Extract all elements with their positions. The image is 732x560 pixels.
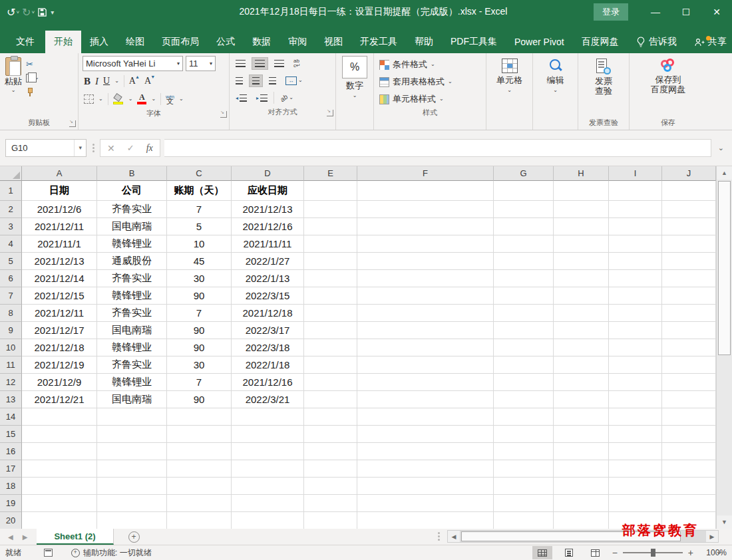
cell-J12[interactable] <box>662 374 716 391</box>
merge-center-button[interactable]: ↔⌄ <box>282 74 306 88</box>
cell-G15[interactable] <box>494 426 554 443</box>
row-header-18[interactable]: 18 <box>0 478 22 495</box>
scroll-left-icon[interactable]: ◀ <box>448 531 460 542</box>
cell-H17[interactable] <box>554 460 609 478</box>
borders-icon[interactable] <box>84 94 94 104</box>
cell-I8[interactable] <box>609 305 662 322</box>
cell-D11[interactable]: 2022/1/18 <box>232 356 304 374</box>
cell-A1[interactable]: 日期 <box>22 181 97 201</box>
cell-I6[interactable] <box>609 270 662 287</box>
cell-J7[interactable] <box>662 287 716 305</box>
cell-J5[interactable] <box>662 253 716 270</box>
cell-A14[interactable] <box>22 408 97 426</box>
cell-B18[interactable] <box>97 478 167 495</box>
cell-A8[interactable]: 2021/12/11 <box>22 305 97 322</box>
cell-B11[interactable]: 齐鲁实业 <box>97 356 167 374</box>
cell-I3[interactable] <box>609 218 662 235</box>
cell-G1[interactable] <box>494 181 554 201</box>
cell-D2[interactable]: 2021/12/13 <box>232 201 304 218</box>
normal-view-button[interactable] <box>532 546 552 559</box>
cell-B2[interactable]: 齐鲁实业 <box>97 201 167 218</box>
cell-B15[interactable] <box>97 426 167 443</box>
cell-C5[interactable]: 45 <box>167 253 232 270</box>
cell-H10[interactable] <box>554 339 609 356</box>
middle-align-button[interactable] <box>252 57 268 70</box>
cell-A16[interactable] <box>22 443 97 460</box>
cell-A19[interactable] <box>22 495 97 512</box>
cell-C6[interactable]: 30 <box>167 270 232 287</box>
cell-H20[interactable] <box>554 512 609 529</box>
sign-in-button[interactable]: 登录 <box>594 3 628 21</box>
cell-A17[interactable] <box>22 460 97 478</box>
column-header-E[interactable]: E <box>304 166 357 181</box>
save-button[interactable] <box>37 7 47 17</box>
cell-J19[interactable] <box>662 495 716 512</box>
cell-H3[interactable] <box>554 218 609 235</box>
cell-J17[interactable] <box>662 460 716 478</box>
column-header-C[interactable]: C <box>167 166 232 181</box>
cell-J6[interactable] <box>662 270 716 287</box>
cell-J4[interactable] <box>662 235 716 253</box>
zoom-slider-thumb[interactable] <box>651 549 655 557</box>
row-header-3[interactable]: 3 <box>0 218 22 235</box>
cell-C14[interactable] <box>167 408 232 426</box>
formula-input[interactable] <box>164 139 711 157</box>
cell-A13[interactable]: 2021/12/21 <box>22 391 97 408</box>
collapse-ribbon-button[interactable]: ⌄ <box>715 546 723 556</box>
cell-F8[interactable] <box>357 305 494 322</box>
cell-F13[interactable] <box>357 391 494 408</box>
cell-E15[interactable] <box>304 426 357 443</box>
cell-B5[interactable]: 通威股份 <box>97 253 167 270</box>
cell-D12[interactable]: 2021/12/16 <box>232 374 304 391</box>
cell-E19[interactable] <box>304 495 357 512</box>
ribbon-tab-告诉我[interactable]: 告诉我 <box>628 31 685 53</box>
sheet-tab-active[interactable]: Sheet1 (2) <box>37 529 113 545</box>
cell-F11[interactable] <box>357 356 494 374</box>
align-center-button[interactable] <box>249 74 263 87</box>
ribbon-tab-Power Pivot[interactable]: Power Pivot <box>506 31 573 53</box>
copy-button[interactable]: ⌄ <box>26 72 39 84</box>
row-header-6[interactable]: 6 <box>0 270 22 287</box>
cell-F17[interactable] <box>357 460 494 478</box>
scrollbar-splitter[interactable] <box>438 532 440 541</box>
cell-G17[interactable] <box>494 460 554 478</box>
save-to-baidu-button[interactable]: 保存到百度网盘 <box>645 56 691 116</box>
cell-J16[interactable] <box>662 443 716 460</box>
cell-J1[interactable] <box>662 181 716 201</box>
cell-F12[interactable] <box>357 374 494 391</box>
cell-D17[interactable] <box>232 460 304 478</box>
cell-G2[interactable] <box>494 201 554 218</box>
cell-H9[interactable] <box>554 322 609 339</box>
row-header-2[interactable]: 2 <box>0 201 22 218</box>
column-header-G[interactable]: G <box>494 166 554 181</box>
cut-button[interactable]: ✂ <box>26 58 39 70</box>
dialog-launcher-icon[interactable] <box>220 111 227 118</box>
customize-qat-button[interactable]: ▾ <box>50 9 54 16</box>
cell-A3[interactable]: 2021/12/11 <box>22 218 97 235</box>
macro-record-icon[interactable] <box>44 549 53 557</box>
cell-C16[interactable] <box>167 443 232 460</box>
column-header-J[interactable]: J <box>662 166 716 181</box>
cell-I15[interactable] <box>609 426 662 443</box>
cell-G20[interactable] <box>494 512 554 529</box>
cell-H16[interactable] <box>554 443 609 460</box>
cell-B7[interactable]: 赣锋锂业 <box>97 287 167 305</box>
scroll-down-icon[interactable]: ▼ <box>717 515 732 529</box>
cell-C2[interactable]: 7 <box>167 201 232 218</box>
cell-G7[interactable] <box>494 287 554 305</box>
decrease-indent-button[interactable]: ◂ <box>232 92 250 104</box>
cell-J10[interactable] <box>662 339 716 356</box>
cell-H15[interactable] <box>554 426 609 443</box>
cell-G6[interactable] <box>494 270 554 287</box>
row-header-13[interactable]: 13 <box>0 391 22 408</box>
cell-C19[interactable] <box>167 495 232 512</box>
cell-I1[interactable] <box>609 181 662 201</box>
row-header-17[interactable]: 17 <box>0 460 22 478</box>
page-layout-view-button[interactable] <box>559 546 579 559</box>
cell-E16[interactable] <box>304 443 357 460</box>
cell-F6[interactable] <box>357 270 494 287</box>
cell-D10[interactable]: 2022/3/18 <box>232 339 304 356</box>
cell-J14[interactable] <box>662 408 716 426</box>
cell-D6[interactable]: 2022/1/13 <box>232 270 304 287</box>
cell-C9[interactable]: 90 <box>167 322 232 339</box>
